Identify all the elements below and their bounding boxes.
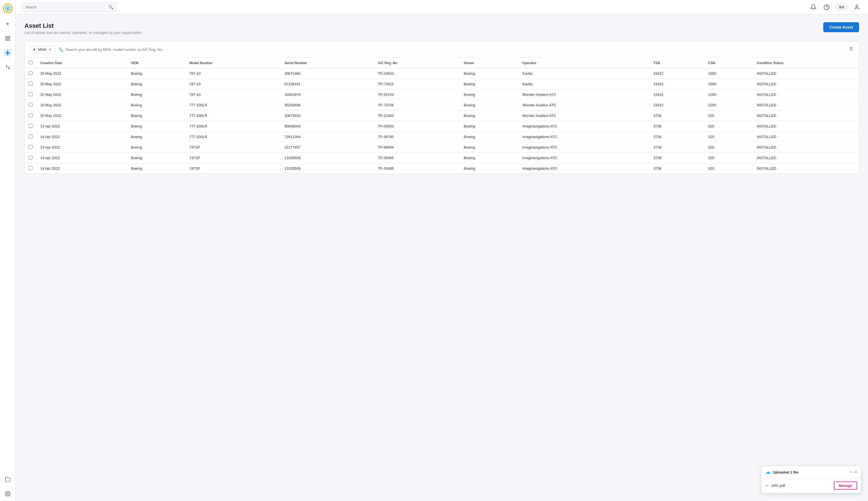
cell-tsn: 3738 [649,153,705,163]
cell-oem: Boeing [127,132,186,142]
global-search-input[interactable] [25,5,108,9]
table-search-box[interactable]: 🔍 [59,47,843,52]
table-row: 14 Apr 2022 Boeing 747SP 22177457 TP-990… [25,142,859,153]
col-owner: Owner [460,58,518,68]
manage-button[interactable]: Manage [834,482,857,490]
cell-tsn: 23422 [649,89,705,100]
cell-csn: 1000 [705,79,753,89]
cell-creation-date: 14 Apr 2022 [36,163,127,174]
cell-owner: Boeing [460,132,518,142]
topbar: 🔍 BA [15,0,868,14]
msn-selector[interactable]: ✈ MSN ▼ [29,45,55,54]
cell-operator: Wonder Aviation ATC [518,110,649,121]
svg-point-2 [7,8,9,9]
cell-model-number: 777-200LR [185,132,280,142]
cell-owner: Boeing [460,89,518,100]
table-row: 20 May 2022 Boeing 787-10 30071480 TP-24… [25,68,859,79]
asset-table-container: ✈ MSN ▼ 🔍 Creation Date OEM Model Number [24,41,859,174]
sidebar-aircraft-icon[interactable] [4,49,12,57]
sidebar-documents-icon[interactable] [4,476,12,483]
row-checkbox[interactable] [29,145,32,149]
svg-rect-6 [6,39,7,41]
cell-owner: Boeing [460,110,518,121]
search-icon: 🔍 [108,5,114,10]
cell-serial-number: 33962879 [280,89,374,100]
cell-ac-reg-no: TP-73756 [374,100,460,110]
row-checkbox[interactable] [29,124,32,128]
cell-csn: 320 [705,142,753,153]
cell-creation-date: 14 Apr 2022 [36,121,127,132]
create-asset-button[interactable]: Create Asset [823,22,859,32]
row-checkbox[interactable] [29,113,32,117]
global-search-box[interactable]: 🔍 [22,2,117,12]
row-checkbox[interactable] [29,166,32,170]
cell-oem: Boeing [127,110,186,121]
asset-table: Creation Date OEM Model Number Serial Nu… [25,58,859,174]
page-header: Asset List List of assets that are owned… [24,22,859,35]
table-row: 20 May 2022 Boeing 777-200LR 20673510 TP… [25,110,859,121]
upload-notif-controls: − × [850,470,857,475]
table-search-icon: 🔍 [59,47,63,52]
table-row: 20 May 2022 Boeing 787-10 87238181 TP-73… [25,79,859,89]
sidebar-dashboard-icon[interactable] [4,34,12,42]
close-notification-icon[interactable]: × [855,470,857,475]
cell-oem: Boeing [127,100,186,110]
column-toggle-icon[interactable] [847,45,854,54]
chevron-down-icon: ▼ [48,48,52,52]
cell-serial-number: 22177457 [280,142,374,153]
cell-ac-reg-no: TP-24622 [374,68,460,79]
cell-condition-status: INSTALLED [753,132,859,142]
row-checkbox[interactable] [29,156,32,159]
col-tsn: TSN [649,58,705,68]
cell-tsn: 3738 [649,110,705,121]
cell-owner: Boeing [460,142,518,153]
row-checkbox[interactable] [29,71,32,75]
cell-oem: Boeing [127,68,186,79]
cell-tsn: 23422 [649,68,705,79]
cell-oem: Boeing [127,79,186,89]
cell-creation-date: 20 May 2022 [36,110,127,121]
table-row: 20 May 2022 Boeing 777-200LR 95258499 TP… [25,100,859,110]
cell-csn: 320 [705,153,753,163]
cell-owner: Boeing [460,100,518,110]
cell-operator: Imaginavigations ATC [518,121,649,132]
app-logo [3,3,13,13]
user-badge[interactable]: BA [836,3,848,11]
sidebar-settings-icon[interactable] [4,490,12,498]
notifications-icon[interactable] [809,3,818,12]
cell-condition-status: INSTALLED [753,100,859,110]
cell-model-number: 787-10 [185,89,280,100]
upload-file-info: ✓ ARC.pdf [765,483,785,488]
cell-owner: Boeing [460,79,518,89]
row-checkbox[interactable] [29,135,32,138]
upload-notif-header: ☁ Uploaded 1 file − × [762,466,861,478]
table-row: 14 Apr 2022 Boeing 777-200LR 72911364 TP… [25,132,859,142]
help-icon[interactable] [822,3,831,12]
cell-condition-status: INSTALLED [753,89,859,100]
sidebar: + [0,0,15,501]
cell-tsn: 3738 [649,142,705,153]
svg-rect-5 [8,39,10,41]
select-all-checkbox[interactable] [29,61,32,64]
sidebar-add-icon[interactable]: + [4,20,12,28]
table-search-input[interactable] [66,47,843,52]
cell-operator: Wonder Aviation ATC [518,100,649,110]
cell-csn: 1000 [705,89,753,100]
cloud-upload-icon: ☁ [765,469,771,475]
cell-oem: Boeing [127,163,186,174]
minimize-notification-icon[interactable]: − [850,470,852,475]
sidebar-transfers-icon[interactable] [4,63,12,71]
row-checkbox[interactable] [29,103,32,107]
row-checkbox[interactable] [29,82,32,86]
cell-serial-number: 30071480 [280,68,374,79]
cell-ac-reg-no: TP-25744 [374,89,460,100]
upload-notif-title-text: Uploaded 1 file [773,470,798,475]
cell-tsn: 3738 [649,163,705,174]
cell-serial-number: 72911364 [280,132,374,142]
row-checkbox[interactable] [29,92,32,96]
cell-csn: 320 [705,132,753,142]
user-avatar-icon[interactable] [853,3,861,12]
cell-tsn: 23422 [649,79,705,89]
cell-operator: Imaginavigations ATC [518,153,649,163]
cell-model-number: 787-10 [185,79,280,89]
